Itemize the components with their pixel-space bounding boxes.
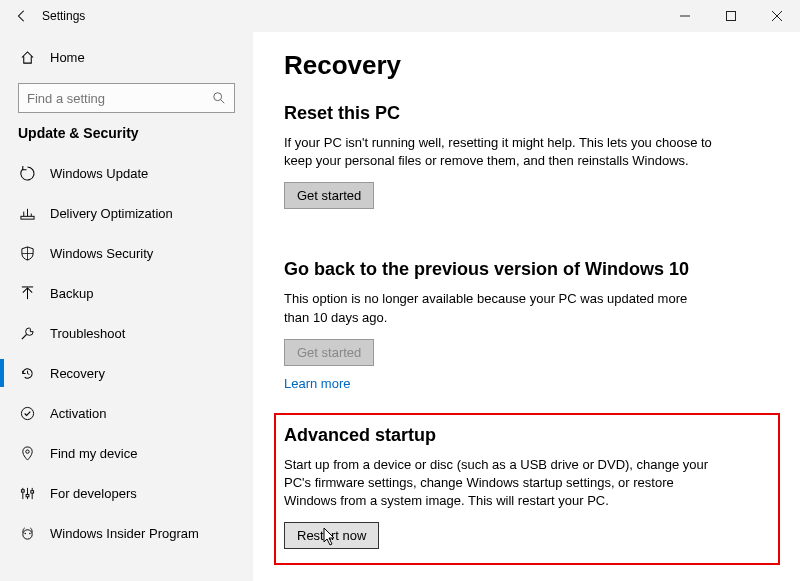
page-title: Recovery — [284, 50, 770, 81]
back-button[interactable] — [10, 9, 34, 23]
learn-more-link[interactable]: Learn more — [284, 376, 350, 391]
sidebar-item-find-my-device[interactable]: Find my device — [0, 433, 253, 473]
sidebar: Home Update & Security Windows UpdateDel… — [0, 32, 253, 581]
sidebar-item-recovery[interactable]: Recovery — [0, 353, 253, 393]
for-developers-icon — [18, 486, 36, 501]
sidebar-item-label: Backup — [50, 286, 93, 301]
sidebar-item-delivery-optimization[interactable]: Delivery Optimization — [0, 193, 253, 233]
advanced-startup-highlight: Advanced startup Start up from a device … — [274, 413, 780, 566]
sidebar-item-troubleshoot[interactable]: Troubleshoot — [0, 313, 253, 353]
sidebar-item-label: Windows Security — [50, 246, 153, 261]
delivery-optimization-icon — [18, 206, 36, 221]
recovery-icon — [18, 366, 36, 381]
maximize-button[interactable] — [708, 0, 754, 32]
reset-pc-title: Reset this PC — [284, 103, 770, 124]
sidebar-home[interactable]: Home — [0, 42, 253, 73]
window-title: Settings — [42, 9, 85, 23]
close-button[interactable] — [754, 0, 800, 32]
sidebar-item-insider[interactable]: Windows Insider Program — [0, 513, 253, 553]
search-input[interactable] — [25, 90, 210, 107]
svg-rect-21 — [30, 490, 33, 492]
activation-icon — [18, 406, 36, 421]
sidebar-home-label: Home — [50, 50, 85, 65]
reset-pc-body: If your PC isn't running well, resetting… — [284, 134, 714, 170]
go-back-body: This option is no longer available becau… — [284, 290, 714, 326]
svg-point-15 — [25, 449, 28, 452]
troubleshoot-icon — [18, 326, 36, 341]
svg-point-24 — [29, 532, 31, 534]
sidebar-item-label: Troubleshoot — [50, 326, 125, 341]
sidebar-item-windows-security[interactable]: Windows Security — [0, 233, 253, 273]
svg-point-23 — [24, 532, 26, 534]
sidebar-item-windows-update[interactable]: Windows Update — [0, 153, 253, 193]
sidebar-item-label: Delivery Optimization — [50, 206, 173, 221]
sidebar-item-label: For developers — [50, 486, 137, 501]
svg-line-5 — [221, 100, 225, 104]
sidebar-section-label: Update & Security — [0, 125, 253, 147]
find-my-device-icon — [18, 446, 36, 461]
minimize-button[interactable] — [662, 0, 708, 32]
go-back-title: Go back to the previous version of Windo… — [284, 259, 770, 280]
sidebar-item-label: Recovery — [50, 366, 105, 381]
windows-security-icon — [18, 246, 36, 261]
sidebar-item-label: Windows Update — [50, 166, 148, 181]
windows-update-icon — [18, 166, 36, 181]
advanced-startup-title: Advanced startup — [284, 425, 768, 446]
main-content: Recovery Reset this PC If your PC isn't … — [253, 32, 800, 581]
reset-pc-get-started-button[interactable]: Get started — [284, 182, 374, 209]
svg-point-4 — [214, 93, 222, 101]
svg-point-22 — [22, 529, 31, 538]
home-icon — [18, 50, 36, 65]
advanced-startup-body: Start up from a device or disc (such as … — [284, 456, 714, 511]
svg-point-14 — [21, 407, 33, 419]
svg-line-13 — [27, 373, 29, 374]
sidebar-item-activation[interactable]: Activation — [0, 393, 253, 433]
sidebar-item-backup[interactable]: Backup — [0, 273, 253, 313]
restart-now-button[interactable]: Restart now — [284, 522, 379, 549]
search-input-wrapper[interactable] — [18, 83, 235, 113]
sidebar-item-label: Find my device — [50, 446, 137, 461]
search-icon — [210, 91, 228, 105]
sidebar-item-label: Activation — [50, 406, 106, 421]
go-back-get-started-button: Get started — [284, 339, 374, 366]
sidebar-item-for-developers[interactable]: For developers — [0, 473, 253, 513]
insider-icon — [18, 526, 36, 541]
svg-rect-20 — [26, 494, 29, 496]
backup-icon — [18, 286, 36, 301]
svg-rect-6 — [20, 216, 33, 219]
sidebar-item-label: Windows Insider Program — [50, 526, 199, 541]
svg-line-11 — [21, 334, 26, 339]
svg-rect-19 — [21, 489, 24, 491]
svg-rect-1 — [727, 12, 736, 21]
